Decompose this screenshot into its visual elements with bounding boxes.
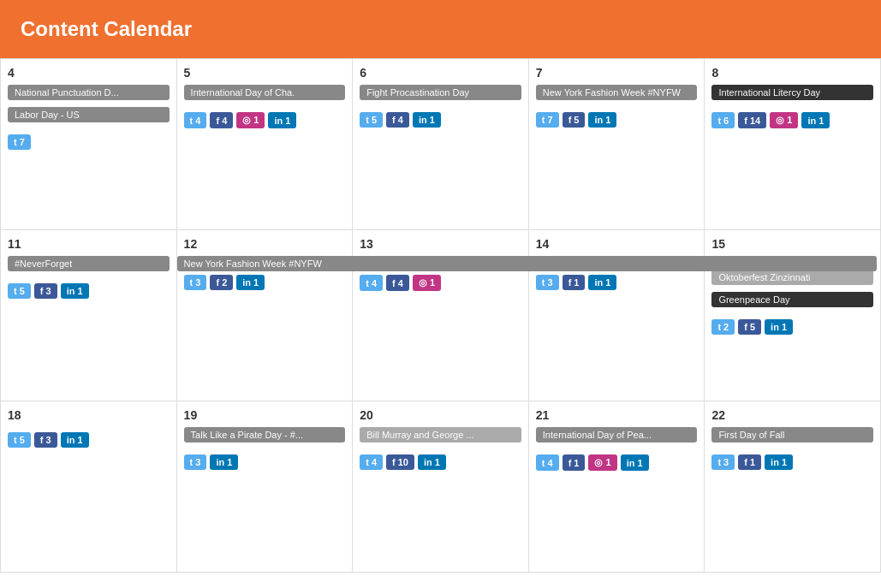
social-badges: t 6f 14◎ 1in 1: [711, 112, 873, 128]
event-tag[interactable]: #NeverForget: [8, 256, 170, 271]
badge-facebook[interactable]: f 3: [34, 283, 57, 299]
badge-facebook[interactable]: f 14: [738, 112, 766, 128]
badge-twitter[interactable]: t 3: [536, 275, 559, 290]
badge-twitter[interactable]: t 4: [360, 454, 383, 470]
header: Content Calendar: [0, 0, 881, 58]
cell-week3-day5: 22First Day of Fallt 3f 1in 1: [705, 401, 881, 573]
cell-date: 19: [184, 408, 346, 422]
cell-week2-day2: 12New York Fashion Week #NYFWt 3f 2in 1: [177, 230, 354, 401]
badge-facebook[interactable]: f 3: [34, 432, 57, 448]
social-badges: t 4f 10in 1: [360, 454, 521, 470]
badge-linkedin[interactable]: in 1: [413, 112, 441, 128]
social-badges: t 4f 4◎ 1: [360, 275, 521, 291]
badge-linkedin[interactable]: in 1: [588, 275, 616, 290]
badge-twitter[interactable]: t 4: [184, 112, 207, 128]
badge-facebook[interactable]: f 5: [738, 319, 761, 335]
cell-week3-day3: 20Bill Murray and George ...t 4f 10in 1: [353, 401, 529, 573]
badge-twitter[interactable]: t 6: [711, 112, 735, 128]
cell-date: 7: [536, 66, 698, 80]
badge-facebook[interactable]: f 5: [563, 112, 586, 128]
event-tag[interactable]: National Punctuation D...: [8, 85, 170, 100]
badge-twitter[interactable]: t 7: [8, 134, 31, 150]
badge-facebook[interactable]: f 10: [386, 454, 414, 470]
cell-date: 21: [536, 408, 698, 422]
badge-linkedin[interactable]: in 1: [588, 112, 616, 128]
event-tag[interactable]: First Day of Fall: [711, 427, 873, 442]
social-badges: t 7: [8, 134, 170, 150]
badge-facebook[interactable]: f 4: [386, 275, 409, 291]
badge-facebook[interactable]: f 1: [563, 454, 586, 471]
badge-twitter[interactable]: t 5: [8, 283, 31, 299]
event-tag[interactable]: New York Fashion Week #NYFW: [536, 85, 698, 100]
badge-facebook[interactable]: f 4: [386, 112, 409, 128]
event-tag[interactable]: Greenpeace Day: [711, 292, 873, 307]
badge-facebook[interactable]: f 1: [563, 275, 586, 290]
badge-linkedin[interactable]: in 1: [765, 454, 793, 470]
cell-week1-day4: 7New York Fashion Week #NYFWt 7f 5in 1: [529, 59, 705, 230]
badge-linkedin[interactable]: in 1: [765, 319, 793, 335]
social-badges: t 3in 1: [184, 454, 346, 470]
cell-date: 6: [360, 66, 521, 80]
social-badges: t 4f 1◎ 1in 1: [536, 454, 698, 471]
social-badges: t 5f 4in 1: [360, 112, 521, 128]
badge-instagram[interactable]: ◎ 1: [770, 112, 798, 128]
badge-facebook[interactable]: f 4: [210, 112, 233, 128]
badge-twitter[interactable]: t 3: [184, 275, 207, 290]
social-badges: t 2f 5in 1: [711, 319, 873, 335]
calendar: 4National Punctuation D...Labor Day - US…: [0, 58, 881, 573]
badge-twitter[interactable]: t 3: [184, 454, 207, 470]
badge-instagram[interactable]: ◎ 1: [588, 454, 616, 471]
cell-date: 18: [8, 408, 170, 422]
badge-twitter[interactable]: t 2: [711, 319, 735, 335]
badge-twitter[interactable]: t 4: [536, 454, 559, 471]
cell-week1-day2: 5International Day of Cha.t 4f 4◎ 1in 1: [177, 59, 354, 230]
badge-facebook[interactable]: f 2: [210, 275, 233, 290]
badge-twitter[interactable]: t 5: [8, 432, 31, 448]
cell-date: 14: [536, 237, 698, 251]
nyfw-span-event[interactable]: New York Fashion Week #NYFW: [177, 256, 877, 271]
cell-date: 13: [360, 237, 521, 251]
cell-week3-day1: 18t 5f 3in 1: [1, 401, 177, 573]
badge-linkedin[interactable]: in 1: [621, 454, 649, 471]
event-tag[interactable]: Bill Murray and George ...: [360, 427, 521, 442]
cell-week1-day1: 4National Punctuation D...Labor Day - US…: [1, 59, 177, 230]
event-tag[interactable]: International Day of Pea...: [536, 427, 698, 442]
app-title: Content Calendar: [21, 17, 192, 40]
badge-linkedin[interactable]: in 1: [236, 275, 265, 290]
cell-date: 5: [184, 66, 346, 80]
event-tag[interactable]: Fight Procastination Day: [360, 85, 521, 100]
cell-date: 15: [711, 237, 873, 251]
cell-date: 22: [711, 408, 873, 422]
event-tag[interactable]: International Litercy Day: [711, 85, 873, 100]
social-badges: t 4f 4◎ 1in 1: [184, 112, 346, 128]
badge-linkedin[interactable]: in 1: [268, 112, 296, 128]
badge-linkedin[interactable]: in 1: [801, 112, 830, 128]
cell-date: 8: [711, 66, 873, 80]
cell-week3-day4: 21International Day of Pea...t 4f 1◎ 1in…: [529, 401, 705, 573]
badge-twitter[interactable]: t 7: [536, 112, 559, 128]
event-tag[interactable]: International Day of Cha.: [184, 85, 346, 100]
badge-instagram[interactable]: ◎ 1: [413, 275, 441, 291]
badge-linkedin[interactable]: in 1: [210, 454, 238, 470]
cell-date: 4: [8, 66, 170, 80]
badge-facebook[interactable]: f 1: [738, 454, 761, 470]
social-badges: t 3f 2in 1: [184, 275, 346, 290]
badge-twitter[interactable]: t 4: [360, 275, 383, 291]
event-tag[interactable]: Talk Like a Pirate Day - #...: [184, 427, 346, 442]
cell-week3-day2: 19Talk Like a Pirate Day - #...t 3in 1: [177, 401, 354, 573]
cell-week1-day3: 6Fight Procastination Dayt 5f 4in 1: [353, 59, 529, 230]
cell-week1-day5: 8International Litercy Dayt 6f 14◎ 1in 1: [705, 59, 881, 230]
cell-week2-day1: 11#NeverForgett 5f 3in 1: [1, 230, 177, 401]
badge-twitter[interactable]: t 3: [711, 454, 735, 470]
cell-date: 12: [184, 237, 346, 251]
social-badges: t 5f 3in 1: [8, 283, 170, 299]
badge-linkedin[interactable]: in 1: [61, 283, 89, 299]
badge-linkedin[interactable]: in 1: [61, 432, 89, 448]
social-badges: t 3f 1in 1: [536, 275, 698, 290]
badge-linkedin[interactable]: in 1: [418, 454, 446, 470]
badge-twitter[interactable]: t 5: [360, 112, 383, 128]
event-tag[interactable]: Labor Day - US: [8, 107, 170, 122]
social-badges: t 5f 3in 1: [8, 432, 170, 448]
social-badges: t 7f 5in 1: [536, 112, 698, 128]
badge-instagram[interactable]: ◎ 1: [236, 112, 265, 128]
